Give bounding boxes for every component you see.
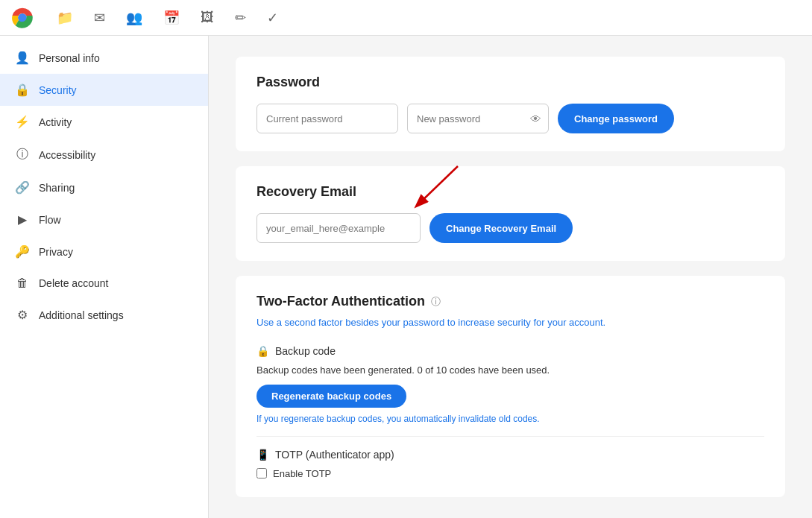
sidebar-item-sharing[interactable]: 🔗 Sharing <box>0 171 208 203</box>
sidebar-item-additional-settings[interactable]: ⚙ Additional settings <box>0 299 208 331</box>
change-recovery-email-button[interactable]: Change Recovery Email <box>429 213 573 243</box>
new-password-wrapper: 👁 <box>407 104 549 133</box>
personal-info-icon: 👤 <box>15 51 30 65</box>
sidebar-item-personal-info[interactable]: 👤 Personal info <box>0 42 208 74</box>
regenerate-backup-codes-button[interactable]: Regenerate backup codes <box>256 385 406 408</box>
backup-codes-text: Backup codes have been generated. 0 of 1… <box>256 364 764 376</box>
enable-totp-label: Enable TOTP <box>273 468 331 479</box>
recovery-email-section: Recovery Email Change Recovery Email <box>236 166 785 261</box>
sidebar-item-accessibility[interactable]: ⓘ Accessibility <box>0 138 208 171</box>
backup-code-header: 🔒 Backup code <box>256 345 764 357</box>
toolbar-mail-icon[interactable]: ✉ <box>91 7 108 29</box>
password-section: Password 👁 Change password <box>236 57 785 151</box>
toolbar-check-icon[interactable]: ✓ <box>264 7 281 29</box>
toolbar-image-icon[interactable]: 🖼 <box>198 7 217 28</box>
sidebar-item-label: Accessibility <box>39 149 95 161</box>
sidebar-item-label: Personal info <box>39 52 100 64</box>
tfa-title: Two-Factor Authentication <box>256 294 425 309</box>
totp-title: TOTP (Authenticator app) <box>275 449 394 461</box>
settings-icon: ⚙ <box>15 308 30 322</box>
totp-header: 📱 TOTP (Authenticator app) <box>256 449 764 461</box>
main-layout: 👤 Personal info 🔒 Security ⚡ Activity ⓘ … <box>0 36 812 518</box>
sharing-icon: 🔗 <box>15 180 30 195</box>
recovery-email-row: Change Recovery Email <box>256 213 764 243</box>
content-area: Password 👁 Change password Recovery Emai… <box>209 36 812 518</box>
password-row: 👁 Change password <box>256 104 764 133</box>
backup-code-title: Backup code <box>275 345 336 357</box>
tfa-info-icon[interactable]: ⓘ <box>431 295 441 309</box>
sidebar-item-security[interactable]: 🔒 Security <box>0 74 208 106</box>
sidebar-item-label: Activity <box>39 116 72 128</box>
sidebar-item-flow[interactable]: ▶ Flow <box>0 203 208 236</box>
totp-phone-icon: 📱 <box>256 449 269 461</box>
sidebar: 👤 Personal info 🔒 Security ⚡ Activity ⓘ … <box>0 36 209 518</box>
toggle-password-icon[interactable]: 👁 <box>530 113 541 125</box>
sidebar-item-label: Privacy <box>39 246 73 258</box>
sidebar-item-label: Sharing <box>39 182 75 194</box>
sidebar-item-label: Flow <box>39 214 61 226</box>
recovery-email-title: Recovery Email <box>256 184 764 200</box>
tfa-description: Use a second factor besides your passwor… <box>256 315 764 330</box>
backup-lock-icon: 🔒 <box>256 345 269 357</box>
toolbar-folder-icon[interactable]: 📁 <box>54 7 76 29</box>
toolbar-people-icon[interactable]: 👥 <box>123 7 145 29</box>
toolbar-edit-icon[interactable]: ✏ <box>232 7 249 29</box>
delete-icon: 🗑 <box>15 277 30 290</box>
change-password-button[interactable]: Change password <box>558 104 674 133</box>
activity-icon: ⚡ <box>15 115 30 129</box>
toolbar-calendar-icon[interactable]: 📅 <box>160 7 183 29</box>
backup-note: If you regenerate backup codes, you auto… <box>256 414 764 424</box>
new-password-input[interactable] <box>407 104 549 133</box>
sidebar-item-label: Delete account <box>39 277 108 289</box>
sidebar-item-delete-account[interactable]: 🗑 Delete account <box>0 268 208 299</box>
tfa-section: Two-Factor Authentication ⓘ Use a second… <box>236 276 785 497</box>
current-password-input[interactable] <box>256 104 398 133</box>
enable-totp-checkbox[interactable] <box>256 468 267 478</box>
svg-point-2 <box>19 14 26 22</box>
backup-code-section: 🔒 Backup code Backup codes have been gen… <box>256 345 764 424</box>
toolbar: 📁 ✉ 👥 📅 🖼 ✏ ✓ <box>0 0 812 36</box>
flow-icon: ▶ <box>15 212 30 227</box>
sidebar-item-label: Additional settings <box>39 309 124 321</box>
sidebar-item-label: Security <box>39 84 77 96</box>
sidebar-item-privacy[interactable]: 🔑 Privacy <box>0 236 208 268</box>
app-logo[interactable] <box>12 7 33 28</box>
sidebar-item-activity[interactable]: ⚡ Activity <box>0 106 208 138</box>
privacy-icon: 🔑 <box>15 244 30 259</box>
recovery-email-input[interactable] <box>256 213 421 243</box>
security-icon: 🔒 <box>15 83 30 97</box>
enable-totp-row: Enable TOTP <box>256 468 764 479</box>
password-title: Password <box>256 75 764 90</box>
accessibility-icon: ⓘ <box>15 147 30 162</box>
tfa-title-row: Two-Factor Authentication ⓘ <box>256 294 764 309</box>
totp-section: 📱 TOTP (Authenticator app) Enable TOTP <box>256 436 764 479</box>
